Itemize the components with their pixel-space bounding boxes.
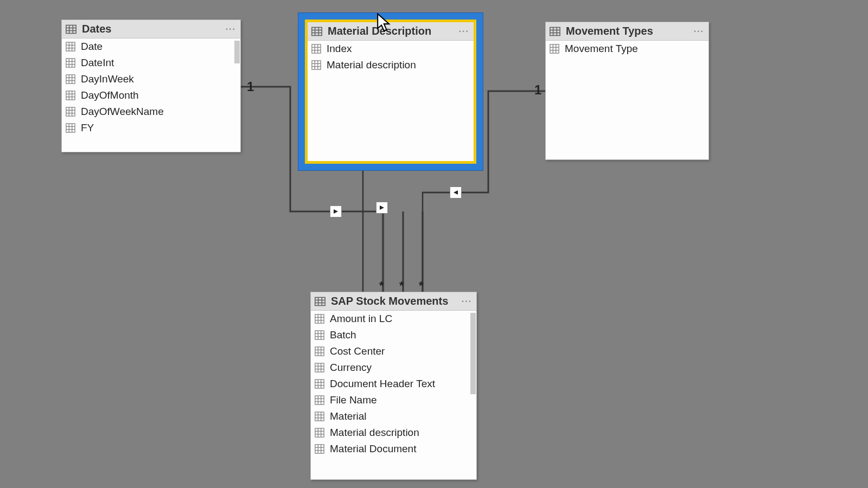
column-icon	[315, 428, 324, 438]
table-header-dates[interactable]: Dates ···	[62, 20, 240, 38]
field-label: Material Document	[330, 443, 416, 455]
field-row[interactable]: Material description	[308, 57, 474, 73]
column-icon	[315, 379, 324, 389]
table-icon	[315, 297, 326, 306]
svg-rect-70	[315, 331, 324, 339]
field-row[interactable]: Date	[62, 38, 240, 55]
field-label: Material description	[327, 59, 416, 71]
field-label: Date	[81, 41, 103, 53]
field-row[interactable]: Amount in LC	[311, 311, 476, 327]
field-row[interactable]: DayInWeek	[62, 71, 240, 87]
filter-direction-icon	[330, 206, 342, 217]
table-icon	[550, 27, 560, 36]
field-row[interactable]: DayOfWeekName	[62, 104, 240, 120]
cardinality-one-dates: 1	[247, 79, 254, 94]
field-row[interactable]: Index	[308, 41, 474, 57]
column-icon	[66, 91, 75, 100]
svg-rect-45	[312, 61, 321, 69]
svg-rect-55	[550, 44, 559, 53]
field-label: Batch	[330, 329, 356, 341]
field-label: Material description	[330, 427, 419, 439]
field-row[interactable]: Material description	[311, 425, 476, 441]
svg-rect-5	[66, 42, 75, 51]
table-header-material-description[interactable]: Material Description ···	[308, 22, 474, 41]
table-title: SAP Stock Movements	[331, 295, 448, 307]
column-icon	[315, 314, 324, 324]
svg-rect-60	[315, 297, 325, 305]
table-title: Movement Types	[566, 25, 653, 37]
filter-direction-icon	[450, 187, 462, 198]
svg-rect-80	[315, 363, 324, 372]
column-icon	[66, 74, 75, 84]
column-icon	[66, 123, 75, 133]
cardinality-many-3: *	[419, 279, 424, 293]
field-label: Cost Center	[330, 345, 385, 357]
more-icon[interactable]: ···	[226, 24, 236, 34]
table-dates[interactable]: Dates ··· Date DateInt DayInWeek DayOfMo…	[61, 20, 241, 152]
table-title: Dates	[82, 23, 111, 35]
svg-rect-105	[315, 445, 324, 453]
svg-rect-65	[315, 314, 324, 323]
table-body-dates: Date DateInt DayInWeek DayOfMonth DayOfW…	[62, 38, 240, 152]
field-label: Document Header Text	[330, 378, 435, 390]
column-icon	[315, 330, 324, 340]
model-canvas[interactable]: Dates ··· Date DateInt DayInWeek DayOfMo…	[0, 0, 868, 488]
field-row[interactable]: Material Document	[311, 441, 476, 457]
svg-marker-112	[454, 190, 458, 195]
field-label: Currency	[330, 362, 372, 374]
table-body-sap: Amount in LC Batch Cost Center Currency …	[311, 311, 476, 479]
field-label: DayOfWeekName	[81, 106, 164, 118]
table-header-sap[interactable]: SAP Stock Movements ···	[311, 292, 476, 311]
column-icon	[315, 395, 324, 405]
column-icon	[315, 346, 324, 356]
svg-rect-85	[315, 380, 324, 388]
cardinality-one-movtypes: 1	[534, 82, 541, 98]
table-body-movement-types: Movement Type	[546, 41, 709, 159]
field-row[interactable]: DateInt	[62, 55, 240, 71]
table-title: Material Description	[328, 25, 431, 37]
table-body-material-description: Index Material description	[308, 41, 474, 161]
field-row[interactable]: File Name	[311, 392, 476, 408]
column-icon	[315, 363, 324, 373]
cardinality-many-2: *	[399, 279, 404, 293]
more-icon[interactable]: ···	[459, 27, 469, 36]
more-icon[interactable]: ···	[462, 297, 472, 306]
table-sap-stock-movements[interactable]: SAP Stock Movements ··· Amount in LC Bat…	[310, 292, 477, 480]
field-row[interactable]: Currency	[311, 359, 476, 376]
svg-rect-90	[315, 396, 324, 404]
field-row[interactable]: Batch	[311, 327, 476, 343]
scrollbar-thumb[interactable]	[470, 313, 476, 394]
field-row[interactable]: Material	[311, 408, 476, 425]
field-row[interactable]: Document Header Text	[311, 376, 476, 392]
table-movement-types[interactable]: Movement Types ··· Movement Type	[545, 22, 709, 160]
svg-rect-40	[312, 44, 321, 53]
field-row[interactable]: Movement Type	[546, 41, 709, 57]
field-row[interactable]: Cost Center	[311, 343, 476, 359]
svg-rect-30	[66, 124, 75, 132]
table-material-description-selected[interactable]: Material Description ··· Index Material …	[298, 12, 483, 171]
field-label: Index	[327, 43, 352, 55]
field-row[interactable]: FY	[62, 120, 240, 136]
table-icon	[311, 27, 322, 36]
svg-rect-15	[66, 75, 75, 84]
column-icon	[315, 412, 324, 421]
field-label: DayInWeek	[81, 73, 134, 85]
field-label: DateInt	[81, 57, 114, 69]
filter-direction-icon	[376, 202, 388, 214]
more-icon[interactable]: ···	[694, 27, 704, 36]
column-icon	[550, 44, 559, 54]
svg-rect-0	[66, 25, 76, 33]
table-header-movement-types[interactable]: Movement Types ···	[546, 22, 709, 41]
scrollbar-thumb[interactable]	[234, 41, 240, 63]
field-row[interactable]: DayOfMonth	[62, 87, 240, 104]
svg-rect-20	[66, 91, 75, 100]
field-label: File Name	[330, 394, 377, 406]
field-label: FY	[81, 122, 94, 134]
svg-rect-50	[550, 27, 560, 35]
svg-rect-35	[312, 27, 322, 35]
column-icon	[315, 444, 324, 454]
column-icon	[66, 42, 75, 52]
svg-marker-111	[380, 206, 384, 210]
table-icon	[66, 24, 76, 34]
field-label: DayOfMonth	[81, 89, 139, 101]
